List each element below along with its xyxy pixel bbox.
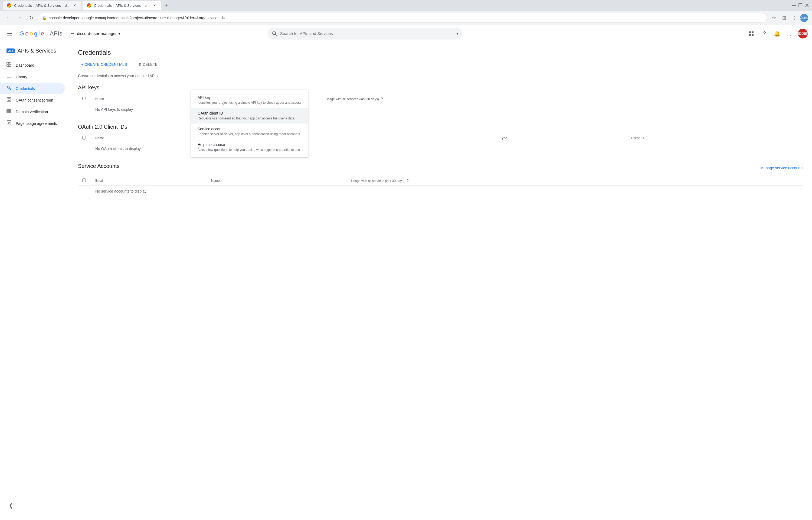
- service-accounts-table: Email Name ↑ Usage with all services (la…: [78, 176, 803, 197]
- help-icon[interactable]: ?: [759, 28, 770, 39]
- oauth-select-all[interactable]: [82, 136, 86, 139]
- svg-rect-0: [7, 32, 12, 32]
- page-usage-icon: [6, 120, 11, 127]
- sa-select-all[interactable]: [82, 179, 86, 182]
- oauth-icon: [6, 97, 11, 103]
- app: Google APIs discord-user-manager ▾ ▾: [0, 25, 812, 520]
- sa-usage-help-icon[interactable]: ?: [407, 179, 409, 183]
- sa-checkbox-header: [78, 176, 91, 186]
- sa-empty-row: No service accounts to display: [78, 186, 803, 197]
- search-box[interactable]: ▾: [268, 28, 463, 40]
- tab1-close-icon[interactable]: ✕: [72, 3, 77, 8]
- svg-rect-17: [7, 76, 11, 76]
- apps-icon[interactable]: [746, 28, 757, 39]
- svg-rect-12: [7, 62, 9, 64]
- dropdown-item-service-account[interactable]: Service account Enables server-to-server…: [191, 124, 308, 139]
- sidebar-collapse-button[interactable]: ❮|: [2, 499, 21, 512]
- notifications-icon[interactable]: 🔔: [772, 28, 783, 39]
- api-keys-empty-row: No API keys to display: [78, 104, 803, 115]
- minimize-button[interactable]: ─: [792, 2, 796, 9]
- sa-name-header[interactable]: Name ↑: [207, 176, 347, 186]
- dropdown-api-key-desc: Identifies your project using a simple A…: [198, 101, 302, 105]
- tab2-favicon: [87, 3, 91, 7]
- api-keys-select-all[interactable]: [82, 97, 86, 100]
- refresh-button[interactable]: ↻: [27, 13, 36, 23]
- sidebar-item-library[interactable]: Library: [0, 71, 65, 83]
- sidebar-item-domain[interactable]: Domain verification: [0, 106, 65, 118]
- more-icon[interactable]: ⋮: [790, 13, 799, 23]
- svg-rect-2: [7, 35, 12, 35]
- manage-service-accounts-link[interactable]: Manage service accounts: [760, 166, 803, 170]
- credentials-icon: [6, 85, 11, 92]
- api-keys-table: Name Key Usage with all services (last 3…: [78, 94, 803, 115]
- search-input[interactable]: [280, 31, 453, 36]
- hamburger-menu-button[interactable]: [4, 28, 15, 39]
- google-logo: Google: [20, 30, 44, 37]
- sidebar-label-credentials: Credentials: [16, 86, 35, 91]
- sidebar-item-page-usage[interactable]: Page usage agreements: [0, 118, 65, 129]
- sidebar-item-oauth[interactable]: OAuth consent screen: [0, 94, 65, 106]
- oauth-empty-row: No OAuth clients to display: [78, 143, 803, 154]
- svg-rect-11: [752, 34, 754, 36]
- user-avatar[interactable]: 3DGEP: [798, 29, 808, 38]
- dropdown-api-key-title: API key: [198, 95, 302, 100]
- apis-label: APIs: [49, 30, 62, 37]
- api-keys-usage-header: Usage with all services (last 30 days) ?: [321, 94, 803, 104]
- back-button[interactable]: ←: [4, 13, 13, 23]
- browser-tab-2[interactable]: Credentials – APIs & Services – d... ✕: [83, 1, 161, 10]
- dropdown-item-help-choose[interactable]: Help me choose Asks a few questions to h…: [191, 139, 308, 155]
- svg-rect-13: [9, 62, 11, 64]
- sidebar-label-library: Library: [16, 75, 27, 79]
- extensions-icon[interactable]: ⊞: [780, 13, 789, 23]
- browser-tab-1[interactable]: Credentials – APIs & Services – d... ✕: [3, 1, 82, 10]
- svg-point-5: [73, 33, 74, 34]
- svg-rect-15: [9, 65, 11, 67]
- sidebar-service-label: APIs & Services: [17, 48, 56, 54]
- toolbar-actions: ☆ ⊞ ⋮ Guest: [769, 13, 808, 23]
- app-header: Google APIs discord-user-manager ▾ ▾: [0, 25, 812, 42]
- sidebar-item-credentials[interactable]: Credentials: [0, 83, 65, 94]
- svg-point-3: [71, 33, 72, 34]
- project-dropdown-icon: ▾: [118, 31, 120, 36]
- header-right: ? 🔔 ⋮ 3DGEP: [746, 28, 808, 39]
- close-button[interactable]: ✕: [805, 2, 809, 9]
- credentials-toolbar: + CREATE CREDENTIALS 🗑 DELETE: [78, 61, 803, 68]
- sa-usage-header: Usage with all services (last 30 days) ?: [347, 176, 803, 186]
- browser-titlebar: Credentials – APIs & Services – d... ✕ C…: [0, 0, 812, 11]
- svg-rect-1: [7, 33, 12, 34]
- svg-point-4: [72, 33, 73, 34]
- forward-button[interactable]: →: [15, 13, 24, 23]
- search-icon: [272, 31, 277, 36]
- page-content: Credentials + CREATE CREDENTIALS 🗑 DELET…: [69, 42, 812, 520]
- api-badge-icon: API: [6, 49, 15, 53]
- delete-button[interactable]: 🗑 DELETE: [135, 61, 161, 68]
- tab2-close-icon[interactable]: ✕: [152, 3, 157, 8]
- create-credentials-button[interactable]: + CREATE CREDENTIALS: [78, 61, 131, 68]
- dropdown-oauth-title: OAuth client ID: [198, 111, 302, 115]
- svg-rect-22: [7, 98, 11, 101]
- project-selector[interactable]: discord-user-manager ▾: [66, 29, 124, 38]
- browser-toolbar: ← → ↻ 🔒 console.developers.google.com/ap…: [0, 11, 812, 25]
- sa-name-sort-icon: ↑: [221, 179, 223, 183]
- oauth-client-id-header: Client ID: [627, 133, 803, 143]
- dropdown-item-oauth-client[interactable]: OAuth client ID Requests user consent so…: [191, 108, 308, 124]
- svg-rect-24: [7, 109, 11, 113]
- main-content: API APIs & Services Dashboard: [0, 42, 812, 520]
- tab1-title: Credentials – APIs & Services – d...: [14, 3, 69, 7]
- bookmark-icon[interactable]: ☆: [769, 13, 779, 23]
- new-tab-button[interactable]: +: [162, 2, 170, 9]
- sidebar-label-dashboard: Dashboard: [16, 63, 34, 68]
- sidebar-item-dashboard[interactable]: Dashboard: [0, 59, 65, 71]
- domain-icon: [6, 109, 11, 115]
- api-keys-usage-help-icon[interactable]: ?: [381, 97, 383, 101]
- dropdown-service-title: Service account: [198, 127, 302, 131]
- svg-line-7: [275, 34, 276, 35]
- service-accounts-header: Service Accounts Manage service accounts: [78, 163, 803, 173]
- dropdown-oauth-desc: Requests user consent so that your app c…: [198, 116, 302, 120]
- dropdown-item-api-key[interactable]: API key Identifies your project using a …: [191, 92, 308, 108]
- sidebar: API APIs & Services Dashboard: [0, 42, 69, 520]
- address-bar[interactable]: 🔒 console.developers.google.com/apis/cre…: [38, 13, 767, 23]
- more-options-icon[interactable]: ⋮: [785, 28, 796, 39]
- restore-button[interactable]: ❐: [798, 2, 803, 8]
- guest-avatar[interactable]: Guest: [800, 14, 808, 22]
